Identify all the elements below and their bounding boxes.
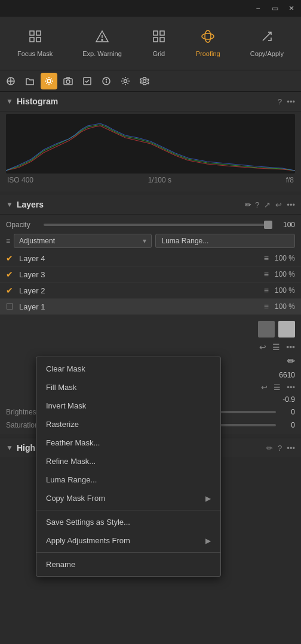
toolbar-focus-mask[interactable]: Focus Mask bbox=[13, 27, 57, 60]
menu-item-clear-mask[interactable]: Clear Mask bbox=[36, 360, 220, 378]
layer-action-icons-2: ↩ ☰ ••• bbox=[261, 383, 295, 392]
menu-item-luma-range[interactable]: Luma Range... bbox=[36, 470, 220, 489]
proofing-icon bbox=[201, 29, 215, 47]
dropdown-arrow-icon: ▾ bbox=[143, 237, 146, 245]
info-icon[interactable] bbox=[98, 73, 115, 89]
proofing-label: Proofing bbox=[196, 50, 220, 57]
copy-apply-label: Copy/Apply bbox=[250, 50, 284, 57]
layer-row[interactable]: ✔ Layer 3 ≡ 100 % bbox=[0, 267, 301, 283]
toolbar-copy-apply[interactable]: Copy/Apply bbox=[245, 27, 288, 60]
histogram-title: Histogram bbox=[17, 97, 274, 106]
context-menu: Clear Mask Fill Mask Invert Mask Rasteri… bbox=[36, 357, 221, 577]
clear-mask-label: Clear Mask bbox=[46, 364, 85, 373]
opacity-row: Opacity 100 bbox=[0, 218, 301, 231]
save-settings-label: Save Settings as Style... bbox=[46, 518, 130, 527]
layers-content: Opacity 100 ≡ Adjustment ▾ Luma Range...… bbox=[0, 215, 301, 318]
nav-icon[interactable] bbox=[2, 73, 19, 89]
menu-item-fill-mask[interactable]: Fill Mask bbox=[36, 378, 220, 397]
layer-undo2-icon[interactable]: ↩ bbox=[261, 383, 268, 392]
histogram-help-icon[interactable]: ? bbox=[278, 97, 282, 106]
layer2-pct: 100 % bbox=[275, 286, 295, 295]
layer2-settings-icon: ≡ bbox=[264, 286, 269, 295]
menu-item-rename[interactable]: Rename bbox=[36, 555, 220, 574]
invert-mask-label: Invert Mask bbox=[46, 401, 86, 410]
svg-rect-1 bbox=[36, 31, 41, 35]
layer-more-icon[interactable]: ••• bbox=[286, 342, 295, 352]
hdr-panel-icons: ✏ ? ••• bbox=[266, 444, 295, 453]
apply-adjustments-arrow-icon: ▶ bbox=[205, 537, 211, 545]
menu-item-refine-mask[interactable]: Refine Mask... bbox=[36, 452, 220, 470]
layer1-name: Layer 1 bbox=[19, 302, 260, 311]
svg-rect-6 bbox=[153, 31, 158, 35]
toolbar-grid[interactable]: Grid bbox=[147, 27, 171, 60]
settings-icon[interactable] bbox=[117, 73, 134, 89]
hdr-edit-icon[interactable]: ✏ bbox=[266, 444, 273, 453]
histogram-header[interactable]: ▼ Histogram ? ••• bbox=[0, 92, 301, 112]
svg-rect-8 bbox=[153, 38, 158, 42]
mask-thumb-dark bbox=[258, 321, 275, 338]
layer1-settings-icon: ≡ bbox=[264, 302, 269, 311]
hdr-help-icon[interactable]: ? bbox=[278, 444, 282, 453]
histogram-collapse-icon: ▼ bbox=[6, 97, 13, 106]
menu-item-save-settings[interactable]: Save Settings as Style... bbox=[36, 513, 220, 531]
grid-label: Grid bbox=[152, 50, 165, 57]
rename-label: Rename bbox=[46, 560, 75, 569]
layer-row[interactable]: ☐ Layer 1 ≡ 100 % bbox=[0, 299, 301, 315]
layer-list-icon[interactable]: ☰ bbox=[272, 342, 280, 352]
menu-item-apply-adjustments[interactable]: Apply Adjustments From ▶ bbox=[36, 531, 220, 550]
develop-icon[interactable] bbox=[41, 73, 57, 89]
layers-title: Layers bbox=[17, 200, 239, 209]
svg-point-17 bbox=[66, 80, 70, 83]
svg-point-23 bbox=[143, 79, 146, 82]
value1-num: 6610 bbox=[279, 371, 295, 379]
maximize-button[interactable]: ▭ bbox=[270, 4, 280, 13]
histogram-aperture: f/8 bbox=[286, 176, 294, 184]
settings2-icon[interactable] bbox=[136, 73, 153, 89]
menu-item-feather-mask[interactable]: Feather Mask... bbox=[36, 434, 220, 452]
hdr-more-icon[interactable]: ••• bbox=[287, 444, 295, 453]
svg-point-10 bbox=[202, 33, 214, 39]
controls-row: ≡ Adjustment ▾ Luma Range... bbox=[0, 231, 301, 250]
layers-help-icon[interactable]: ? bbox=[255, 200, 259, 209]
toolbar-exp-warning[interactable]: Exp. Warning bbox=[78, 27, 127, 60]
pencil-icon[interactable]: ✏ bbox=[287, 355, 295, 367]
histogram-iso: ISO 400 bbox=[7, 176, 33, 184]
histogram-info: ISO 400 1/100 s f/8 bbox=[6, 174, 295, 187]
check-icon[interactable] bbox=[79, 73, 96, 89]
opacity-slider[interactable] bbox=[44, 224, 272, 226]
layer-undo-icon[interactable]: ↩ bbox=[259, 342, 266, 352]
layers-export-icon[interactable]: ↗ bbox=[264, 200, 271, 209]
title-bar: − ▭ ✕ bbox=[0, 0, 301, 17]
toolbar-proofing[interactable]: Proofing bbox=[191, 27, 225, 60]
layers-more-icon[interactable]: ••• bbox=[287, 200, 295, 209]
menu-item-invert-mask[interactable]: Invert Mask bbox=[36, 397, 220, 415]
layer-row[interactable]: ✔ Layer 2 ≡ 100 % bbox=[0, 283, 301, 299]
menu-item-rasterize[interactable]: Rasterize bbox=[36, 415, 220, 434]
layer-more2-icon[interactable]: ••• bbox=[287, 383, 295, 392]
feather-mask-label: Feather Mask... bbox=[46, 438, 100, 447]
histogram-shutter: 1/100 s bbox=[148, 176, 171, 184]
layer4-pct: 100 % bbox=[275, 254, 295, 262]
adjustment-label: Adjustment bbox=[19, 237, 55, 245]
svg-rect-2 bbox=[30, 38, 34, 42]
adjustment-dropdown[interactable]: Adjustment ▾ bbox=[14, 234, 152, 248]
menu-item-copy-mask-from[interactable]: Copy Mask From ▶ bbox=[36, 489, 220, 507]
layer-list2-icon[interactable]: ☰ bbox=[274, 383, 281, 392]
layer-row[interactable]: ✔ Layer 4 ≡ 100 % bbox=[0, 250, 301, 267]
layer4-name: Layer 4 bbox=[19, 254, 260, 263]
filter-icon: ≡ bbox=[6, 237, 10, 245]
close-button[interactable]: ✕ bbox=[287, 4, 296, 13]
minimize-button[interactable]: − bbox=[253, 4, 263, 13]
svg-point-5 bbox=[102, 39, 103, 41]
layer3-check-icon: ✔ bbox=[6, 270, 16, 279]
camera-icon[interactable] bbox=[60, 73, 76, 89]
histogram-more-icon[interactable]: ••• bbox=[287, 97, 295, 106]
luma-range-button[interactable]: Luma Range... bbox=[155, 234, 296, 248]
layers-undo-icon[interactable]: ↩ bbox=[275, 200, 282, 209]
grid-icon bbox=[152, 29, 166, 47]
copy-mask-from-arrow-icon: ▶ bbox=[205, 494, 211, 503]
layers-header[interactable]: ▼ Layers ✏ ? ↗ ↩ ••• bbox=[0, 195, 301, 215]
layers-edit-icon[interactable]: ✏ bbox=[245, 200, 251, 209]
rasterize-label: Rasterize bbox=[46, 420, 79, 429]
folder-icon[interactable] bbox=[22, 73, 38, 89]
